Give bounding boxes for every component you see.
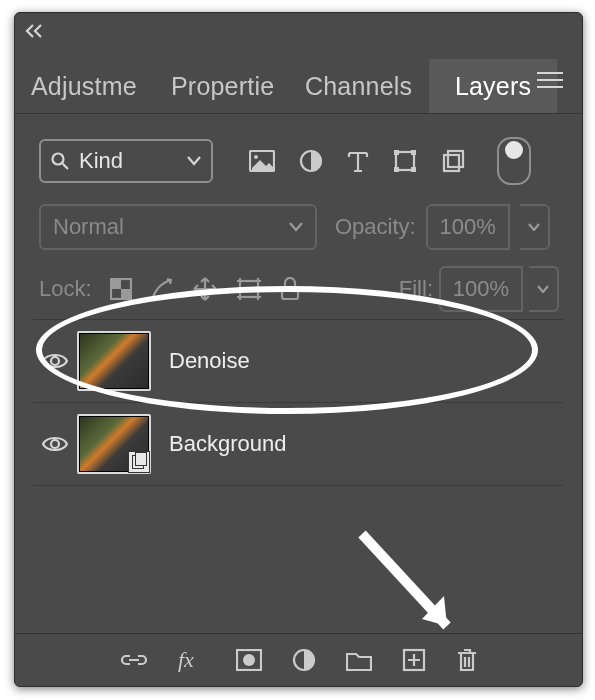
layers-bottom-bar: fx xyxy=(15,633,582,686)
filter-toggle[interactable] xyxy=(497,137,531,185)
layer-row[interactable]: Background xyxy=(33,403,563,486)
svg-rect-8 xyxy=(411,167,416,172)
layer-style-icon[interactable]: fx xyxy=(178,647,206,673)
blend-mode-label: Normal xyxy=(53,214,124,240)
layer-visibility-toggle[interactable] xyxy=(33,435,77,453)
filter-shape-icon[interactable] xyxy=(393,149,417,173)
adjustment-layer-icon[interactable] xyxy=(292,648,316,672)
tab-properties-label: Propertie xyxy=(171,72,274,101)
lock-position-icon[interactable] xyxy=(192,276,218,302)
search-icon xyxy=(51,152,69,170)
svg-rect-12 xyxy=(111,279,121,289)
lock-pixels-icon[interactable] xyxy=(150,277,174,301)
toggle-dot xyxy=(505,141,523,159)
panel-menu-button[interactable] xyxy=(536,71,564,93)
eye-icon xyxy=(42,352,68,370)
svg-point-2 xyxy=(254,155,258,159)
panel-tabs: Adjustme Propertie Channels Layers xyxy=(15,59,582,113)
svg-rect-14 xyxy=(240,281,258,297)
lock-artboard-icon[interactable] xyxy=(236,277,262,301)
tab-channels-label: Channels xyxy=(305,72,412,101)
new-layer-icon[interactable] xyxy=(402,648,426,672)
svg-point-0 xyxy=(53,154,64,165)
fill-label: Fill: xyxy=(399,276,433,302)
svg-text:fx: fx xyxy=(178,647,194,672)
layer-thumbnail[interactable] xyxy=(77,414,151,474)
layers-list: Denoise Background xyxy=(33,319,563,486)
svg-rect-15 xyxy=(282,287,298,299)
chevron-down-icon xyxy=(289,222,303,232)
lock-all-icon[interactable] xyxy=(280,277,300,301)
tab-channels[interactable]: Channels xyxy=(295,59,429,113)
tab-layers-label: Layers xyxy=(455,72,531,101)
blend-mode-select[interactable]: Normal xyxy=(39,204,317,250)
svg-rect-9 xyxy=(444,155,459,171)
layer-mask-icon[interactable] xyxy=(236,649,262,671)
opacity-label: Opacity: xyxy=(335,214,416,240)
eye-icon xyxy=(42,435,68,453)
svg-point-16 xyxy=(51,357,59,365)
svg-rect-5 xyxy=(394,150,399,155)
layer-row[interactable]: Denoise xyxy=(33,319,563,403)
layer-thumbnail[interactable] xyxy=(77,331,151,391)
svg-point-20 xyxy=(243,654,255,666)
svg-rect-6 xyxy=(411,150,416,155)
filter-smartobject-icon[interactable] xyxy=(441,149,465,173)
svg-rect-13 xyxy=(121,289,131,299)
smart-object-badge xyxy=(128,451,150,473)
chevron-down-icon xyxy=(187,156,201,166)
lock-transparency-icon[interactable] xyxy=(110,278,132,300)
svg-rect-10 xyxy=(448,151,463,167)
layer-name[interactable]: Denoise xyxy=(169,348,250,374)
filter-pixel-icon[interactable] xyxy=(249,150,275,172)
layer-name[interactable]: Background xyxy=(169,431,286,457)
layer-filter-select[interactable]: Kind xyxy=(39,139,213,183)
opacity-value: 100% xyxy=(440,214,496,240)
delete-layer-icon[interactable] xyxy=(456,647,478,673)
link-layers-icon[interactable] xyxy=(120,652,148,668)
layers-panel: Adjustme Propertie Channels Layers Kind … xyxy=(14,12,583,687)
divider xyxy=(15,113,582,116)
filter-type-icon[interactable] xyxy=(347,149,369,173)
tab-adjustments-label: Adjustme xyxy=(31,72,137,101)
tab-properties[interactable]: Propertie xyxy=(161,59,295,113)
svg-point-17 xyxy=(51,440,59,448)
lock-label: Lock: xyxy=(39,276,92,302)
layer-filter-label: Kind xyxy=(79,148,123,174)
opacity-input[interactable]: 100% xyxy=(426,204,510,250)
fill-input[interactable]: 100% xyxy=(439,266,523,312)
fill-value: 100% xyxy=(453,276,509,302)
group-layers-icon[interactable] xyxy=(346,649,372,671)
svg-rect-7 xyxy=(394,167,399,172)
fill-dropdown[interactable] xyxy=(529,266,559,312)
panel-collapse-button[interactable] xyxy=(25,23,49,39)
tab-adjustments[interactable]: Adjustme xyxy=(15,59,161,113)
filter-adjustment-icon[interactable] xyxy=(299,149,323,173)
opacity-dropdown[interactable] xyxy=(520,204,550,250)
layer-visibility-toggle[interactable] xyxy=(33,352,77,370)
